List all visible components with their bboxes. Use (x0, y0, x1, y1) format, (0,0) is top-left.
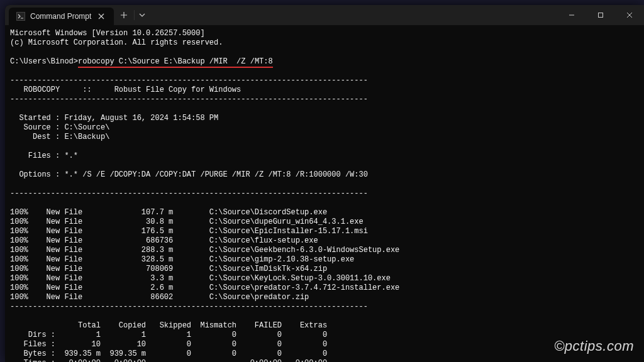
file-rows: 100% New File 107.7 m C:\Source\DiscordS… (10, 208, 399, 302)
header-line-2: (c) Microsoft Corporation. All rights re… (10, 38, 223, 47)
robocopy-banner: ROBOCOPY :: Robust File Copy for Windows (10, 85, 241, 94)
new-tab-button[interactable] (114, 5, 134, 25)
divider: ----------------------------------------… (10, 95, 368, 104)
tab-command-prompt[interactable]: Command Prompt (9, 8, 114, 25)
svg-rect-6 (599, 13, 603, 18)
terminal-output[interactable]: Microsoft Windows [Version 10.0.26257.50… (5, 25, 644, 362)
summary-bytes: Bytes : 939.35 m 939.35 m 0 0 0 0 (10, 349, 327, 358)
close-window-button[interactable] (615, 5, 644, 25)
info-options: Options : *.* /S /E /DCOPY:DA /COPY:DAT … (10, 170, 368, 179)
titlebar: Command Prompt (5, 5, 644, 25)
info-files: Files : *.* (10, 151, 78, 160)
cmd-icon (16, 12, 25, 21)
divider: ----------------------------------------… (10, 189, 368, 198)
info-started: Started : Friday, August 16, 2024 1:54:5… (10, 114, 218, 123)
tab-dropdown-button[interactable] (134, 10, 149, 20)
summary-times: Times : 0:00:00 0:00:00 0:00:00 0:00:00 (10, 359, 327, 362)
window-controls (557, 5, 644, 25)
minimize-button[interactable] (557, 5, 586, 25)
info-source: Source : C:\Source\ (10, 123, 109, 132)
info-dest: Dest : E:\Backup\ (10, 133, 109, 141)
prompt-command: robocopy C:\Source E:\Backup /MIR /Z /MT… (78, 57, 273, 68)
summary-dirs: Dirs : 1 1 1 0 0 0 (10, 331, 327, 339)
terminal-window: Command Prompt Microsoft Windows [Versio… (5, 5, 644, 362)
divider: ----------------------------------------… (10, 302, 368, 311)
maximize-button[interactable] (586, 5, 615, 25)
summary-header: Total Copied Skipped Mismatch FAILED Ext… (10, 321, 327, 330)
divider: ----------------------------------------… (10, 76, 368, 85)
tab-title: Command Prompt (30, 12, 91, 21)
header-line-1: Microsoft Windows [Version 10.0.26257.50… (10, 29, 205, 38)
prompt-path: C:\Users\Binod> (10, 57, 78, 66)
tab-close-button[interactable] (96, 11, 106, 21)
summary-files: Files : 10 10 0 0 0 0 (10, 340, 327, 349)
